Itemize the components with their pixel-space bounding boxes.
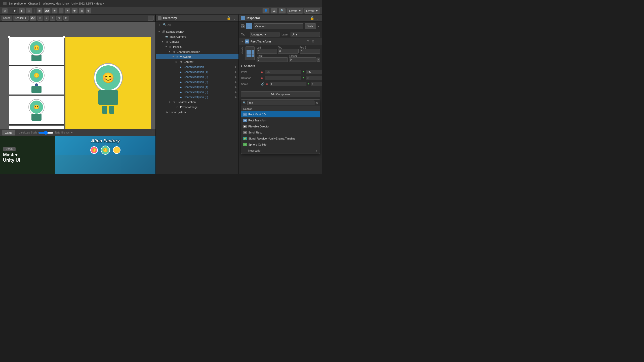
tree-label-co6: CharacterOption (6) bbox=[184, 96, 208, 99]
effects-button[interactable]: ✦ bbox=[65, 8, 70, 14]
bottom-input[interactable] bbox=[289, 57, 316, 62]
layer-dropdown[interactable]: UI ▼ bbox=[291, 32, 320, 37]
scene-vis-btn[interactable]: 👁 bbox=[56, 16, 62, 21]
pivot-y-input[interactable] bbox=[306, 70, 322, 74]
game-tab-dots[interactable]: ⋮ bbox=[151, 131, 153, 134]
rect-transform-settings-btn[interactable]: ⚙ bbox=[311, 39, 315, 43]
scene-2d-btn[interactable]: 2D bbox=[30, 16, 36, 21]
pivot-x-label: X bbox=[261, 71, 264, 73]
scene-view-tab[interactable]: Scene bbox=[2, 16, 12, 21]
search-global-btn[interactable]: 🔍 bbox=[279, 8, 286, 14]
signalreceiver-icon: ⚡ bbox=[243, 137, 247, 140]
tree-icon-co3: ▶ bbox=[179, 80, 183, 84]
search-clear-btn[interactable]: ✕ bbox=[315, 101, 318, 105]
dropdown-item-signalreceiver[interactable]: ⚡ Signal Receiver (UnityEngine.Timeline bbox=[241, 135, 320, 142]
tag-dropdown[interactable]: Untagged ▼ bbox=[250, 32, 279, 37]
scene-view[interactable]: 😊 😶 bbox=[0, 22, 155, 129]
tree-item-maincamera[interactable]: 📷 Main Camera bbox=[156, 34, 238, 39]
pause-button[interactable]: ⏸ bbox=[19, 8, 25, 14]
tree-item-charoption-6[interactable]: ▶ CharacterOption (6) ▶ bbox=[156, 95, 238, 100]
play-button[interactable]: ▶ bbox=[12, 8, 18, 14]
tree-item-panels[interactable]: ▼ □ Panels bbox=[156, 44, 238, 49]
hierarchy-dots-btn[interactable]: ⋮ bbox=[232, 16, 236, 20]
inspector-lock-btn[interactable]: 🔒 bbox=[310, 16, 314, 20]
hierarchy-icon bbox=[158, 16, 162, 20]
audio-button[interactable]: ♪ bbox=[59, 8, 64, 14]
scale-x-input[interactable] bbox=[270, 82, 306, 86]
2d-button[interactable]: 2D bbox=[44, 8, 51, 14]
tree-item-charoption-0[interactable]: ▶ CharacterOption ▶ bbox=[156, 64, 238, 69]
tree-item-charoption-2[interactable]: ▶ CharacterOption (2) ▶ bbox=[156, 74, 238, 79]
left-input[interactable] bbox=[257, 49, 277, 54]
tree-item-charoption-1[interactable]: ▶ CharacterOption (1) ▶ bbox=[156, 69, 238, 74]
tree-item-previewsection[interactable]: ▼ □ PreviewSection bbox=[156, 100, 238, 105]
account-btn[interactable]: 👤 bbox=[262, 8, 269, 14]
pivot-x-input[interactable] bbox=[265, 70, 301, 74]
scale-x-label: X bbox=[266, 83, 269, 85]
grid-button[interactable]: ⊞ bbox=[79, 8, 85, 14]
scene-grid-btn[interactable]: ⊞ bbox=[63, 16, 69, 21]
layout-dropdown[interactable]: Layout ▼ bbox=[304, 8, 320, 14]
posz-input[interactable] bbox=[300, 49, 320, 54]
dropdown-item-scrollrect[interactable]: ⊟ Scroll Rect bbox=[241, 129, 320, 135]
add-component-button[interactable]: Add Component bbox=[241, 91, 320, 97]
inspector-dots-btn[interactable]: ⋮ bbox=[315, 16, 320, 20]
rect-transform-header[interactable]: ▼ ⊕ Rect Transform ? ⚙ ⋮ bbox=[239, 38, 322, 45]
step-button[interactable]: ⏭ bbox=[26, 8, 32, 14]
tree-item-charoption-4[interactable]: ▶ CharacterOption (4) ▶ bbox=[156, 84, 238, 89]
scene-audio-btn[interactable]: ♪ bbox=[44, 16, 49, 21]
scale-y-input[interactable] bbox=[311, 82, 322, 86]
gizmos-button[interactable]: ⊕ bbox=[86, 8, 91, 14]
object-name-input[interactable] bbox=[254, 23, 303, 29]
tree-item-characterselection[interactable]: ▼ □ CharacterSelection bbox=[156, 49, 238, 54]
rotation-x-input[interactable] bbox=[265, 76, 301, 80]
left-panel: Scene Shaded ▼ 2D ☀ ♪ ✦ 👁 ⊞ ⋮ bbox=[0, 15, 156, 174]
rect-transform-help-btn[interactable]: ? bbox=[306, 39, 310, 43]
scrollrect-icon: ⊟ bbox=[243, 131, 247, 134]
stretch-widget[interactable] bbox=[246, 46, 255, 60]
tree-item-charoption-3[interactable]: ▶ CharacterOption (3) ▶ bbox=[156, 79, 238, 84]
scene-fx-btn[interactable]: ✦ bbox=[50, 16, 55, 21]
dropdown-item-newscript[interactable]: New script ▶ bbox=[241, 148, 320, 154]
shading-dropdown[interactable]: Shaded ▼ bbox=[13, 16, 28, 21]
tools-btn[interactable]: ⊕ bbox=[2, 8, 8, 14]
static-button[interactable]: Static bbox=[305, 23, 316, 29]
top-input[interactable] bbox=[278, 49, 298, 54]
scene-tools[interactable]: ◉ bbox=[36, 8, 43, 14]
dropdown-item-playabledirector[interactable]: ▶ Playable Director bbox=[241, 123, 320, 129]
layers-dropdown[interactable]: Layers ▼ bbox=[287, 8, 303, 14]
hierarchy-add-btn[interactable]: + bbox=[157, 23, 162, 27]
rect-transform-body: stretch bbox=[239, 45, 322, 89]
object-active-checkbox[interactable]: ✓ bbox=[241, 24, 245, 28]
tree-icon-charsel: □ bbox=[172, 50, 176, 54]
rect-transform-more-btn[interactable]: ⋮ bbox=[316, 39, 320, 43]
scene-light-btn[interactable]: ☀ bbox=[37, 16, 43, 21]
tree-item-canvas[interactable]: ▼ □ Canvas bbox=[156, 39, 238, 44]
game-tab[interactable]: Game bbox=[2, 130, 15, 135]
visibility-button[interactable]: 👁 bbox=[71, 8, 78, 14]
scale-slider[interactable] bbox=[38, 131, 53, 134]
tree-label-co2: CharacterOption (2) bbox=[184, 75, 208, 78]
tree-item-content[interactable]: ▶ □ Content bbox=[156, 59, 238, 64]
tree-item-viewport[interactable]: ▼ □ Viewport bbox=[156, 54, 238, 59]
dropdown-item-recttransform[interactable]: ⊕ Rect Transform bbox=[241, 117, 320, 123]
tree-item-samplescene[interactable]: ▼ 🎬 SampleScene* bbox=[156, 29, 238, 34]
anchors-toggle[interactable]: ▶ Anchors bbox=[241, 64, 264, 67]
dropdown-item-rectmask2d[interactable]: □ Rect Mask 2D bbox=[241, 111, 320, 117]
static-dropdown-arrow[interactable]: ▼ bbox=[317, 25, 320, 28]
tree-arrow-samplescene: ▼ bbox=[158, 30, 162, 33]
cloud-btn[interactable]: ☁ bbox=[271, 8, 277, 14]
rotation-y-input[interactable] bbox=[306, 76, 322, 80]
right-input[interactable] bbox=[257, 57, 288, 62]
light-button[interactable]: ☀ bbox=[52, 8, 58, 14]
component-search-input[interactable] bbox=[247, 101, 314, 105]
bottom-field-group: Bottom R bbox=[289, 55, 320, 62]
r-button[interactable]: R bbox=[317, 58, 320, 62]
hierarchy-lock-btn[interactable]: 🔒 bbox=[226, 16, 231, 20]
tree-item-eventsystem[interactable]: ⊕ EventSystem bbox=[156, 110, 238, 115]
tree-item-previewimage[interactable]: □ PreviewImage bbox=[156, 105, 238, 110]
recttransform-icon: ⊕ bbox=[243, 119, 247, 122]
scene-dots-btn[interactable]: ⋮ bbox=[148, 16, 154, 21]
dropdown-item-spherecollider[interactable]: ○ Sphere Collider bbox=[241, 142, 320, 148]
tree-item-charoption-5[interactable]: ▶ CharacterOption (5) ▶ bbox=[156, 89, 238, 95]
